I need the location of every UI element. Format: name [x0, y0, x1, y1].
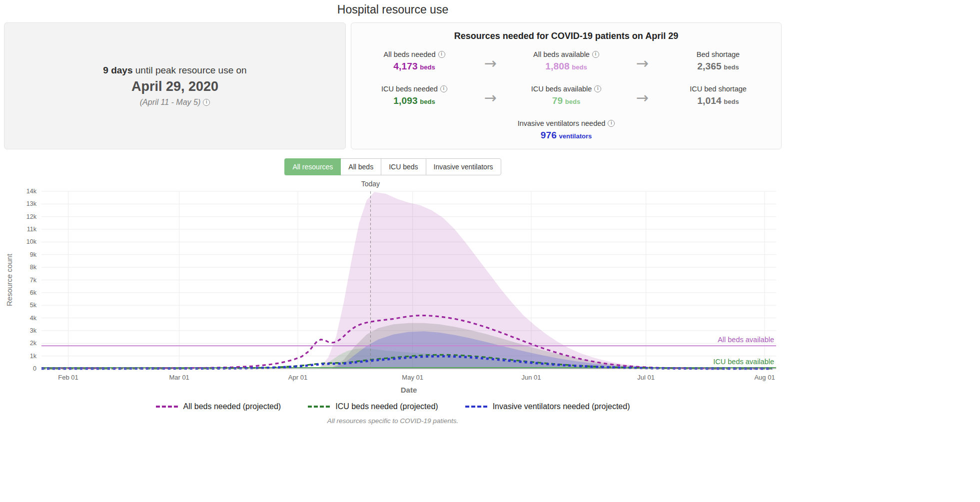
arrow-right-icon: →: [624, 50, 660, 72]
tab-all-beds[interactable]: All beds: [340, 158, 381, 175]
stat-label: Bed shortage: [697, 50, 740, 58]
y-tick-label: 4k: [30, 315, 37, 322]
y-tick-label: 6k: [30, 289, 37, 296]
y-tick-label: 13k: [26, 200, 37, 207]
info-icon[interactable]: i: [594, 85, 601, 92]
chart-area: 01k2k3k4k5k6k7k8k9k10k11k12k13k14kFeb 01…: [4, 176, 782, 398]
stat-all-beds-available: All beds availablei 1,808 beds: [508, 50, 624, 72]
stat-icu-beds-needed: ICU beds neededi 1,093 beds: [356, 85, 472, 106]
stat-value: 1,014 beds: [660, 95, 776, 106]
x-axis-label: Date: [401, 386, 417, 394]
x-tick-label: Jun 01: [521, 374, 541, 381]
peak-until-text: until peak resource use on: [133, 65, 247, 75]
y-tick-label: 7k: [30, 277, 37, 284]
y-tick-label: 9k: [30, 251, 37, 258]
info-icon[interactable]: i: [592, 51, 599, 58]
stat-value: 4,173 beds: [356, 61, 472, 72]
stat-label: All beds needed: [384, 50, 436, 58]
resources-panel-title: Resources needed for COVID-19 patients o…: [356, 31, 776, 41]
peak-days: 9 days: [103, 65, 132, 75]
legend-icu-beds-needed: ICU beds needed (projected): [308, 402, 438, 411]
peak-panel: 9 days until peak resource use on April …: [4, 22, 346, 149]
y-tick-label: 1k: [30, 353, 37, 360]
y-tick-label: 2k: [30, 340, 37, 347]
y-tick-label: 0: [33, 365, 36, 372]
y-tick-label: 5k: [30, 302, 37, 309]
chart-legend: All beds needed (projected) ICU beds nee…: [4, 402, 782, 411]
y-tick-label: 12k: [26, 213, 37, 220]
x-tick-label: Jul 01: [637, 374, 655, 381]
arrow-right-icon: →: [624, 85, 660, 106]
icu-beds-available-line-label: ICU beds available: [713, 358, 774, 366]
arrow-right-icon: →: [472, 85, 508, 106]
info-icon[interactable]: i: [608, 120, 615, 127]
arrow-right-icon: →: [472, 50, 508, 72]
x-tick-label: Mar 01: [169, 374, 189, 381]
stat-value: 976 ventilators: [508, 130, 624, 141]
resource-chart: 01k2k3k4k5k6k7k8k9k10k11k12k13k14kFeb 01…: [4, 176, 786, 396]
stat-value: 79 beds: [508, 95, 624, 106]
stat-invasive-ventilators-needed: Invasive ventilators neededi 976 ventila…: [508, 119, 624, 141]
y-tick-label: 14k: [26, 188, 37, 195]
legend-label: All beds needed (projected): [183, 402, 281, 411]
stat-value: 1,093 beds: [356, 95, 472, 106]
peak-date: April 29, 2020: [131, 79, 218, 94]
legend-label: Invasive ventilators needed (projected): [493, 402, 630, 411]
stat-all-beds-needed: All beds neededi 4,173 beds: [356, 50, 472, 72]
page-title: Hospital resource use: [4, 3, 782, 16]
peak-range-text: (April 11 - May 5): [140, 98, 201, 107]
stat-label: ICU bed shortage: [690, 85, 747, 93]
x-tick-label: Aug 01: [754, 374, 775, 381]
legend-label: ICU beds needed (projected): [335, 402, 438, 411]
y-tick-label: 3k: [30, 327, 37, 334]
stat-bed-shortage: Bed shortage 2,365 beds: [660, 50, 776, 72]
dashed-line-sample: [465, 406, 487, 408]
stat-value: 1,808 beds: [508, 61, 624, 72]
x-tick-label: May 01: [402, 374, 423, 381]
info-icon[interactable]: i: [440, 85, 447, 92]
stat-icu-bed-shortage: ICU bed shortage 1,014 beds: [660, 85, 776, 106]
y-tick-label: 10k: [26, 238, 37, 245]
resources-panel: Resources needed for COVID-19 patients o…: [351, 22, 782, 149]
tab-icu-beds[interactable]: ICU beds: [381, 158, 426, 175]
peak-summary: 9 days until peak resource use on: [103, 65, 246, 76]
stat-label: ICU beds available: [531, 85, 592, 93]
dashed-line-sample: [156, 406, 178, 408]
info-icon[interactable]: i: [438, 51, 445, 58]
legend-invasive-ventilators-needed: Invasive ventilators needed (projected): [465, 402, 630, 411]
all-beds-available-line-label: All beds available: [718, 336, 774, 344]
stat-label: ICU beds needed: [381, 85, 438, 93]
chart-footnote: All resources specific to COVID-19 patie…: [4, 417, 782, 430]
x-tick-label: Apr 01: [288, 374, 307, 381]
page-content: Hospital resource use 9 days until peak …: [4, 0, 782, 430]
stat-icu-beds-available: ICU beds availablei 79 beds: [508, 85, 624, 106]
x-tick-label: Feb 01: [58, 374, 78, 381]
dashed-line-sample: [308, 406, 330, 408]
today-label: Today: [361, 180, 380, 188]
info-icon[interactable]: i: [203, 99, 210, 106]
tab-all-resources[interactable]: All resources: [284, 158, 341, 175]
stat-label: All beds available: [533, 50, 590, 58]
y-axis-label: Resource count: [5, 253, 13, 306]
y-tick-label: 11k: [27, 226, 37, 233]
stat-label: Invasive ventilators needed: [518, 119, 606, 127]
y-tick-label: 8k: [30, 264, 37, 271]
resource-tabs: All resources All beds ICU beds Invasive…: [4, 158, 782, 175]
legend-all-beds-needed: All beds needed (projected): [156, 402, 281, 411]
peak-range: (April 11 - May 5) i: [140, 98, 210, 107]
summary-panels: 9 days until peak resource use on April …: [4, 22, 782, 149]
tab-invasive-ventilators[interactable]: Invasive ventilators: [426, 158, 501, 175]
resources-grid: All beds neededi 4,173 beds → All beds a…: [356, 50, 776, 141]
stat-value: 2,365 beds: [660, 61, 776, 72]
